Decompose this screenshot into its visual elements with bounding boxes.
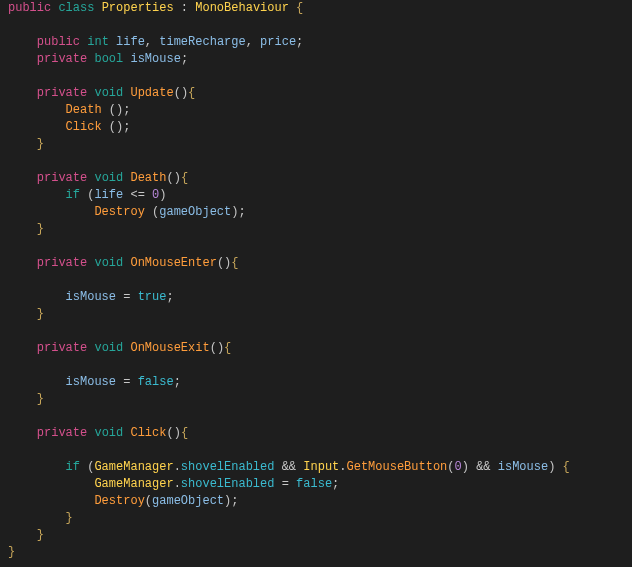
line: private void OnMouseEnter(){ bbox=[8, 256, 238, 270]
line: isMouse = false; bbox=[8, 375, 181, 389]
line: GameManager.shovelEnabled = false; bbox=[8, 477, 339, 491]
line: private void Update(){ bbox=[8, 86, 195, 100]
line: Destroy(gameObject); bbox=[8, 494, 238, 508]
line: public class Properties : MonoBehaviour … bbox=[8, 1, 303, 15]
line: if (life <= 0) bbox=[8, 188, 166, 202]
line: isMouse = true; bbox=[8, 290, 174, 304]
line: private void Click(){ bbox=[8, 426, 188, 440]
line: } bbox=[8, 307, 44, 321]
line: } bbox=[8, 511, 73, 525]
line: Death (); bbox=[8, 103, 130, 117]
line: } bbox=[8, 222, 44, 236]
line: Click (); bbox=[8, 120, 130, 134]
line: public int life, timeRecharge, price; bbox=[8, 35, 303, 49]
line: } bbox=[8, 137, 44, 151]
line: private void OnMouseExit(){ bbox=[8, 341, 231, 355]
line: if (GameManager.shovelEnabled && Input.G… bbox=[8, 460, 570, 474]
line: Destroy (gameObject); bbox=[8, 205, 246, 219]
line: private bool isMouse; bbox=[8, 52, 188, 66]
code-editor[interactable]: public class Properties : MonoBehaviour … bbox=[0, 0, 632, 561]
line: private void Death(){ bbox=[8, 171, 188, 185]
line: } bbox=[8, 392, 44, 406]
line: } bbox=[8, 528, 44, 542]
line: } bbox=[8, 545, 15, 559]
